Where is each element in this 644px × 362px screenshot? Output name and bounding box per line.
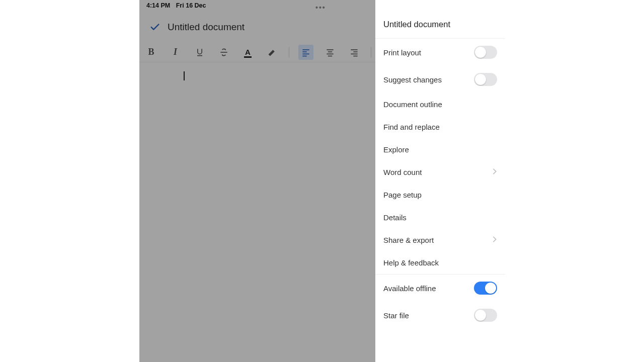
editor-panel: 4:14 PM Fri 16 Dec ••• Untitled document…	[139, 0, 375, 362]
chevron-right-icon	[492, 168, 497, 176]
bold-button[interactable]: B	[144, 45, 159, 60]
status-bar-left: 4:14 PM Fri 16 Dec	[146, 2, 206, 9]
chevron-right-icon	[492, 236, 497, 244]
menu-item-label: Help & feedback	[383, 258, 439, 267]
toggle[interactable]	[474, 46, 497, 59]
menu-item-label: Suggest changes	[383, 75, 442, 84]
menu-item-details[interactable]: Details	[375, 206, 505, 229]
menu-item-available-offline[interactable]: Available offline	[375, 275, 505, 302]
toolbar-divider	[289, 47, 289, 58]
menu-item-label: Star file	[383, 311, 409, 320]
menu-item-label: Find and replace	[383, 123, 440, 131]
document-title[interactable]: Untitled document	[168, 22, 245, 33]
format-toolbar: B I A	[139, 42, 375, 62]
menu-item-print-layout[interactable]: Print layout	[375, 39, 505, 66]
status-time: 4:14 PM	[146, 2, 170, 9]
toggle[interactable]	[474, 282, 497, 295]
menu-item-label: Document outline	[383, 100, 442, 109]
done-check-icon[interactable]	[149, 22, 160, 33]
menu-item-page-setup[interactable]: Page setup	[375, 184, 505, 206]
menu-item-word-count[interactable]: Word count	[375, 161, 505, 184]
align-left-button[interactable]	[298, 45, 313, 60]
document-menu-panel: Untitled document Print layoutSuggest ch…	[375, 0, 505, 362]
menu-item-explore[interactable]: Explore	[375, 138, 505, 161]
status-date: Fri 16 Dec	[176, 2, 206, 9]
italic-button[interactable]: I	[168, 45, 183, 60]
text-color-button[interactable]: A	[240, 45, 256, 60]
menu-item-label: Print layout	[383, 48, 421, 57]
menu-item-help-feedback[interactable]: Help & feedback	[375, 251, 505, 275]
toggle[interactable]	[474, 309, 497, 322]
menu-item-label: Page setup	[383, 191, 422, 199]
title-bar: Untitled document	[139, 18, 375, 36]
menu-item-label: Explore	[383, 145, 409, 154]
menu-item-label: Details	[383, 213, 407, 222]
highlight-button[interactable]	[265, 45, 280, 60]
align-right-button[interactable]	[347, 45, 362, 60]
menu-item-share-export[interactable]: Share & export	[375, 229, 505, 251]
toggle[interactable]	[474, 73, 497, 86]
menu-item-suggest-changes[interactable]: Suggest changes	[375, 66, 505, 93]
toolbar-divider	[371, 47, 371, 58]
menu-item-find-and-replace[interactable]: Find and replace	[375, 116, 505, 138]
more-menu-icon[interactable]: •••	[315, 4, 326, 12]
menu-item-label: Word count	[383, 168, 422, 176]
menu-item-label: Available offline	[383, 284, 436, 293]
underline-button[interactable]	[192, 45, 207, 60]
panel-menu: Print layoutSuggest changesDocument outl…	[375, 39, 505, 329]
panel-title: Untitled document	[375, 13, 505, 39]
align-center-button[interactable]	[323, 45, 338, 60]
strikethrough-button[interactable]	[216, 45, 231, 60]
menu-item-document-outline[interactable]: Document outline	[375, 93, 505, 116]
menu-item-star-file[interactable]: Star file	[375, 302, 505, 329]
menu-item-label: Share & export	[383, 236, 434, 244]
text-cursor	[184, 71, 185, 80]
